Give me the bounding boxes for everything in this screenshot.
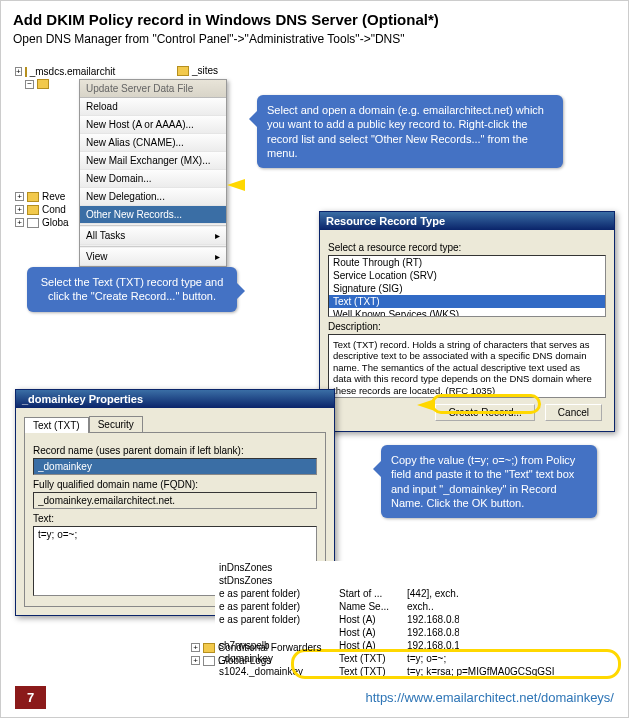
expand-icon[interactable]: +: [15, 192, 24, 201]
callout-select-txt: Select the Text (TXT) record type and cl…: [27, 267, 237, 312]
folder-icon: [25, 67, 27, 77]
zone-label: inDnsZones: [215, 561, 335, 574]
separator: [80, 246, 226, 247]
zone-label: stDnsZones: [215, 574, 335, 587]
tab-security[interactable]: Security: [89, 416, 143, 432]
separator: [80, 225, 226, 226]
dialog-title: _domainkey Properties: [16, 390, 334, 408]
table-row[interactable]: e as parent folder)Start of ...[442], ex…: [215, 587, 625, 600]
expand-icon[interactable]: +: [15, 205, 24, 214]
dns-tree: +_msdcs.emailarchit − +Reve +Cond +Globa: [15, 65, 75, 225]
tree-label[interactable]: Cond: [42, 204, 66, 215]
ctx-new-host[interactable]: New Host (A or AAAA)...: [80, 116, 226, 134]
ctx-new-domain[interactable]: New Domain...: [80, 170, 226, 188]
collapse-icon[interactable]: −: [25, 80, 34, 89]
context-menu: Update Server Data File Reload New Host …: [79, 79, 227, 267]
ctx-new-delegation[interactable]: New Delegation...: [80, 188, 226, 206]
list-item[interactable]: Route Through (RT): [329, 256, 605, 269]
page-title: Add DKIM Policy record in Windows DNS Se…: [1, 1, 628, 32]
tab-text-txt[interactable]: Text (TXT): [24, 417, 89, 433]
record-name-input[interactable]: [33, 458, 317, 475]
expand-icon[interactable]: +: [191, 656, 200, 665]
page-number: 7: [15, 686, 46, 709]
callout-copy-value: Copy the value (t=y; o=~;) from Policy f…: [381, 445, 597, 518]
record-name-label: Record name (uses parent domain if left …: [33, 445, 317, 456]
tree-label[interactable]: Conditional Forwarders: [218, 642, 321, 653]
fqdn-label: Fully qualified domain name (FQDN):: [33, 479, 317, 490]
tree-label[interactable]: Reve: [42, 191, 65, 202]
expand-icon[interactable]: +: [15, 218, 24, 227]
table-row[interactable]: e as parent folder)Host (A)192.168.0.8: [215, 613, 625, 626]
resource-record-type-dialog: Resource Record Type Select a resource r…: [319, 211, 615, 432]
footer-link[interactable]: https://www.emailarchitect.net/domainkey…: [365, 690, 614, 705]
folder-icon: [177, 66, 189, 76]
record-type-listbox[interactable]: Route Through (RT) Service Location (SRV…: [328, 255, 606, 317]
ctx-new-alias[interactable]: New Alias (CNAME)...: [80, 134, 226, 152]
ctx-header: Update Server Data File: [80, 80, 226, 98]
ctx-reload[interactable]: Reload: [80, 98, 226, 116]
fqdn-input[interactable]: [33, 492, 317, 509]
extra-tree: +Conditional Forwarders +Global Logs: [191, 641, 321, 667]
text-label: Text:: [33, 513, 317, 524]
list-item-selected[interactable]: Text (TXT): [329, 295, 605, 308]
yellow-arrow-icon: [227, 179, 245, 191]
callout-select-domain: Select and open a domain (e.g. emailarch…: [257, 95, 563, 168]
yellow-arrow-icon: [417, 399, 435, 411]
folder-icon: [27, 192, 39, 202]
footer: 7 https://www.emailarchitect.net/domaink…: [1, 678, 628, 717]
page-subtitle: Open DNS Manager from "Control Panel"->"…: [1, 32, 628, 54]
list-item[interactable]: Signature (SIG): [329, 282, 605, 295]
tree-label[interactable]: Globa: [42, 217, 69, 228]
create-record-button[interactable]: Create Record...: [435, 404, 534, 421]
folder-icon: [27, 205, 39, 215]
expand-icon[interactable]: +: [15, 67, 22, 76]
folder-icon: [37, 79, 49, 89]
dialog-title: Resource Record Type: [320, 212, 614, 230]
ctx-view[interactable]: View ▸: [80, 248, 226, 266]
tree-label: _sites: [192, 65, 218, 76]
table-row[interactable]: e as parent folder)Name Se...exch..: [215, 600, 625, 613]
description-label: Description:: [328, 321, 606, 332]
tree-label[interactable]: _msdcs.emailarchit: [30, 66, 116, 77]
log-icon: [203, 656, 215, 666]
list-item[interactable]: Service Location (SRV): [329, 269, 605, 282]
folder-icon: [203, 643, 215, 653]
description-box: Text (TXT) record. Holds a string of cha…: [328, 334, 606, 398]
cancel-button[interactable]: Cancel: [545, 404, 602, 421]
select-type-label: Select a resource record type:: [328, 242, 606, 253]
log-icon: [27, 218, 39, 228]
table-row[interactable]: Host (A)192.168.0.8: [215, 626, 625, 639]
ctx-all-tasks[interactable]: All Tasks ▸: [80, 227, 226, 245]
expand-icon[interactable]: +: [191, 643, 200, 652]
ctx-other-new-records[interactable]: Other New Records...: [80, 206, 226, 224]
tree-label[interactable]: Global Logs: [218, 655, 271, 666]
list-item[interactable]: Well Known Services (WKS): [329, 308, 605, 317]
ctx-new-mx[interactable]: New Mail Exchanger (MX)...: [80, 152, 226, 170]
